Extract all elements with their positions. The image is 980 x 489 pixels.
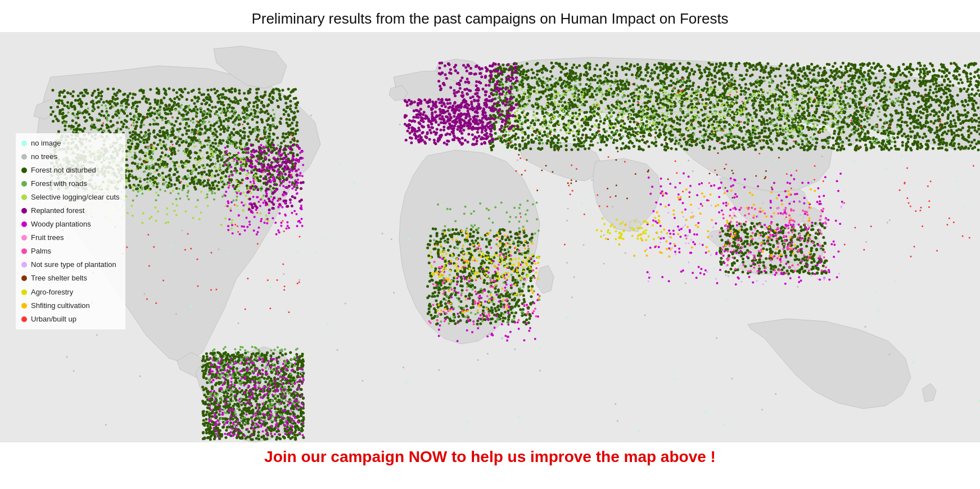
legend-item: no image [21, 137, 120, 150]
legend-item: Urban/built up [21, 313, 120, 326]
legend-dot [21, 154, 27, 160]
legend-label: no image [31, 137, 61, 150]
legend-dot [21, 275, 27, 281]
legend-item: Woody plantations [21, 218, 120, 231]
page-title: Preliminary results from the past campai… [0, 0, 980, 32]
legend-dot [21, 167, 27, 173]
legend-item: Forest not disturbed [21, 164, 120, 177]
legend-dot [21, 289, 27, 295]
legend-label: no trees [31, 150, 57, 164]
legend-label: Woody plantations [31, 218, 91, 231]
legend-label: Fruit trees [31, 231, 64, 244]
legend-label: Forest with roads [31, 177, 87, 191]
legend-item: Selective logging/clear cuts [21, 191, 120, 204]
legend-label: Selective logging/clear cuts [31, 191, 120, 204]
legend-dot [21, 208, 27, 214]
legend: no image no trees Forest not disturbed F… [16, 133, 125, 329]
legend-dot [21, 248, 27, 254]
legend-dot [21, 181, 27, 187]
legend-item: Tree shelter belts [21, 271, 120, 285]
legend-item: Palms [21, 244, 120, 258]
legend-item: Fruit trees [21, 231, 120, 244]
legend-label: Forest not disturbed [31, 164, 96, 177]
legend-label: Urban/built up [31, 313, 76, 326]
legend-label: Replanted forest [31, 204, 84, 218]
map-container: no image no trees Forest not disturbed F… [0, 32, 980, 442]
legend-dot [21, 194, 27, 200]
legend-dot [21, 221, 27, 227]
cta-text: Join our campaign NOW to help us improve… [0, 442, 980, 468]
legend-item: Not sure type of plantation [21, 258, 120, 271]
legend-dot [21, 262, 27, 268]
legend-label: Not sure type of plantation [31, 258, 116, 271]
legend-label: Palms [31, 244, 51, 258]
legend-item: Replanted forest [21, 204, 120, 218]
legend-dot [21, 141, 27, 146]
legend-item: Forest with roads [21, 177, 120, 191]
legend-item: Shfiting cultivation [21, 299, 120, 313]
legend-item: no trees [21, 150, 120, 164]
legend-item: Agro-forestry [21, 286, 120, 299]
legend-dot [21, 235, 27, 241]
legend-label: Agro-forestry [31, 286, 73, 299]
legend-label: Shfiting cultivation [31, 299, 90, 313]
legend-dot [21, 316, 27, 322]
legend-dot [21, 303, 27, 309]
legend-label: Tree shelter belts [31, 271, 87, 285]
